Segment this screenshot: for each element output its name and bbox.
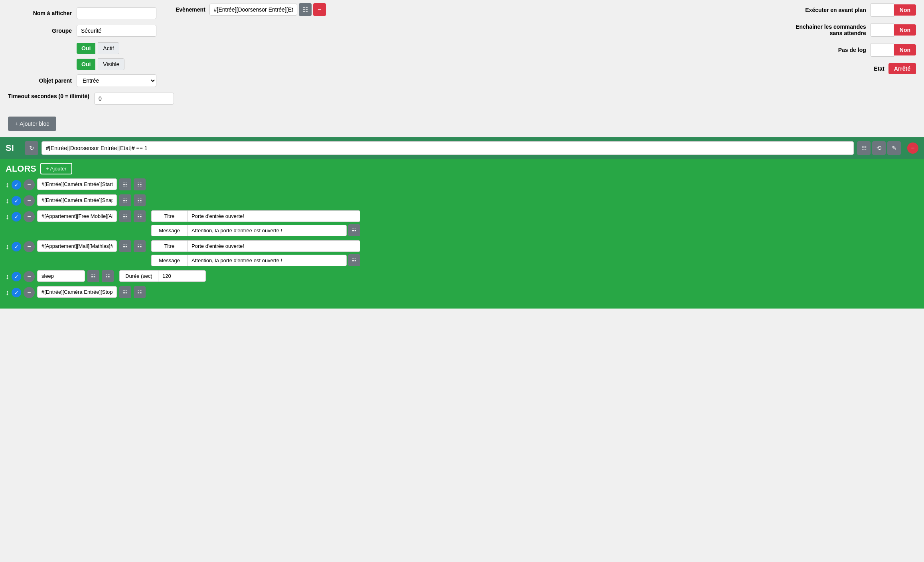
event-label: Evènement <box>176 6 205 13</box>
enchainer-toggle: Non <box>870 23 916 37</box>
executer-label: Exécuter en avant plan <box>805 7 866 13</box>
actif-oui-button[interactable]: Oui <box>77 43 95 54</box>
minus-button-6[interactable]: − <box>24 287 35 298</box>
message-copy-btn-3[interactable]: ☷ <box>348 224 360 236</box>
check-circle-2[interactable]: ✓ <box>12 196 21 206</box>
drag-handle-3[interactable]: ↕ <box>6 213 9 221</box>
message-input-4[interactable] <box>187 255 347 266</box>
action-row-6: ↕ ✓ − ☷ ☷ <box>6 286 918 298</box>
check-icon-5: ✓ <box>14 274 19 280</box>
action-copy-btn-4[interactable]: ☷ <box>119 240 131 252</box>
nom-label: Nom à afficher <box>8 10 72 16</box>
si-refresh-button[interactable]: ↻ <box>25 141 38 155</box>
action-edit-btn-2[interactable]: ☷ <box>134 194 146 206</box>
check-circle-6[interactable]: ✓ <box>12 288 21 297</box>
minus-button-2[interactable]: − <box>24 195 35 206</box>
message-row-3: Message ☷ <box>151 224 360 236</box>
si-remove-button[interactable]: − <box>907 142 918 154</box>
check-circle-4[interactable]: ✓ <box>12 242 21 251</box>
message-input-3[interactable] <box>187 225 347 236</box>
check-circle-5[interactable]: ✓ <box>12 272 21 281</box>
groupe-input[interactable] <box>77 25 156 37</box>
minus-button-5[interactable]: − <box>24 271 35 282</box>
pas-de-log-row: Pas de log Non <box>780 43 916 57</box>
action-edit-btn-4[interactable]: ☷ <box>134 240 146 252</box>
executer-non-button[interactable]: Non <box>894 4 916 16</box>
executer-toggle: Non <box>870 3 916 17</box>
check-icon-3: ✓ <box>14 214 19 220</box>
nom-row: Nom à afficher <box>8 7 916 19</box>
action-edit-btn-1[interactable]: ☷ <box>134 178 146 190</box>
si-edit-button[interactable]: ✎ <box>887 141 901 155</box>
si-header: SI ↻ ☷ ⟲ ✎ − <box>0 137 924 159</box>
action-input-6[interactable] <box>37 286 117 298</box>
action-input-4[interactable] <box>37 240 117 252</box>
action-edit-btn-5[interactable]: ☷ <box>102 270 114 282</box>
pas-de-log-non-button[interactable]: Non <box>894 44 916 55</box>
visible-label: Visible <box>98 58 124 70</box>
titre-label-3: Titre <box>151 210 187 222</box>
visible-oui-button[interactable]: Oui <box>77 59 95 70</box>
check-icon-6: ✓ <box>14 290 19 296</box>
action-row-1: ↕ ✓ − ☷ ☷ <box>6 178 918 190</box>
top-form-area: Nom à afficher Groupe Oui Actif Oui Visi… <box>0 0 924 137</box>
pas-de-log-toggle: Non <box>870 43 916 57</box>
action-input-5[interactable] <box>37 270 85 282</box>
enchainer-non-button[interactable]: Non <box>894 24 916 36</box>
groupe-row: Groupe <box>8 25 916 37</box>
message-row-4: Message ☷ <box>151 254 360 266</box>
extra-fields-3: Titre Message ☷ <box>151 210 360 236</box>
arrete-button[interactable]: Arrêté <box>888 63 916 74</box>
action-copy-btn-6[interactable]: ☷ <box>119 286 131 298</box>
event-copy-button[interactable]: ☷ <box>299 3 312 16</box>
si-condition-input[interactable] <box>41 141 854 155</box>
action-copy-btn-2[interactable]: ☷ <box>119 194 131 206</box>
pas-de-log-label: Pas de log <box>838 47 866 53</box>
minus-button-1[interactable]: − <box>24 179 35 190</box>
event-input[interactable] <box>209 4 297 16</box>
groupe-label: Groupe <box>8 28 72 34</box>
duree-input-5[interactable] <box>158 270 206 282</box>
action-edit-btn-3[interactable]: ☷ <box>134 210 146 222</box>
drag-handle-5[interactable]: ↕ <box>6 273 9 281</box>
ajouter-button[interactable]: + Ajouter <box>40 163 72 174</box>
enchainer-label: Enchainer les commandes sans attendre <box>794 24 866 36</box>
ajouter-bloc-button[interactable]: + Ajouter bloc <box>8 117 56 131</box>
nom-input[interactable] <box>77 7 156 19</box>
objet-parent-select[interactable]: Entrée <box>77 74 156 87</box>
minus-button-4[interactable]: − <box>24 241 35 252</box>
drag-handle-4[interactable]: ↕ <box>6 243 9 251</box>
duree-row-5: Durée (sec) <box>119 270 206 282</box>
message-copy-btn-4[interactable]: ☷ <box>348 254 360 266</box>
titre-row-3: Titre <box>151 210 360 222</box>
si-history-button[interactable]: ⟲ <box>872 141 886 155</box>
timeout-row: Timeout secondes (0 = illimité) <box>8 93 916 105</box>
timeout-input[interactable] <box>94 93 174 105</box>
alors-section: ALORS + Ajouter ↕ ✓ − ☷ ☷ ↕ ✓ − ☷ ☷ ↕ ✓ … <box>0 159 924 309</box>
action-edit-btn-6[interactable]: ☷ <box>134 286 146 298</box>
action-input-3[interactable] <box>37 210 117 222</box>
action-input-2[interactable] <box>37 194 117 206</box>
objet-parent-row: Objet parent Entrée <box>8 74 916 87</box>
drag-handle-6[interactable]: ↕ <box>6 289 9 297</box>
event-remove-button[interactable]: − <box>313 3 326 16</box>
action-input-1[interactable] <box>37 178 117 190</box>
titre-input-4[interactable] <box>187 240 360 252</box>
action-copy-btn-5[interactable]: ☷ <box>87 270 99 282</box>
ajouter-bloc-area: + Ajouter bloc <box>8 113 916 137</box>
drag-handle-2[interactable]: ↕ <box>6 197 9 205</box>
action-row-4: ↕ ✓ − ☷ ☷ Titre Message ☷ <box>6 240 918 266</box>
minus-button-3[interactable]: − <box>24 211 35 222</box>
titre-input-3[interactable] <box>187 210 360 222</box>
check-circle-1[interactable]: ✓ <box>12 180 21 190</box>
message-label-3: Message <box>151 225 187 236</box>
alors-label: ALORS <box>6 164 36 174</box>
action-copy-btn-1[interactable]: ☷ <box>119 178 131 190</box>
action-copy-btn-3[interactable]: ☷ <box>119 210 131 222</box>
check-circle-3[interactable]: ✓ <box>12 212 21 222</box>
drag-handle-1[interactable]: ↕ <box>6 181 9 189</box>
event-row: Evènement ☷ − <box>176 3 326 16</box>
extra-fields-4: Titre Message ☷ <box>151 240 360 266</box>
si-copy-button[interactable]: ☷ <box>857 141 871 155</box>
etat-row: Etat Arrêté <box>780 63 916 74</box>
